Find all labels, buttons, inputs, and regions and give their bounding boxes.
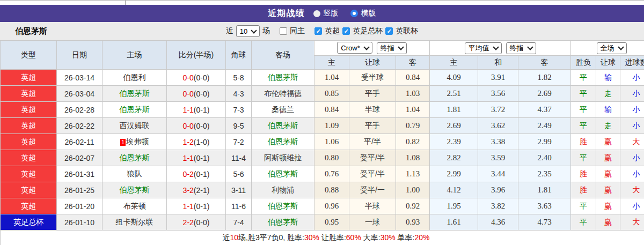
cell-away-team: 伯恩茅斯: [252, 166, 314, 182]
cell-result-goals: 小: [620, 166, 644, 182]
away-team-name[interactable]: 阿斯顿维拉: [264, 153, 302, 162]
final-index-2-value: 终指: [510, 43, 524, 53]
cell-avg-away-odds: 1.81: [518, 182, 571, 198]
final-index-select-1[interactable]: 终指: [377, 42, 407, 54]
cell-home-team: 狼队: [103, 166, 167, 182]
cell-result-wdl: 胜: [571, 166, 596, 182]
cell-score: 1-1(0-1): [167, 150, 226, 166]
cell-handicap: 受平/半: [349, 166, 396, 182]
away-team-name[interactable]: 伯恩茅斯: [268, 202, 298, 210]
cell-crow-away-odds: 1.04: [396, 102, 430, 118]
home-team-name[interactable]: 伯恩茅斯: [120, 105, 150, 114]
cell-result-wdl: 平: [571, 86, 596, 102]
cell-score: 2-2(0-0): [167, 214, 226, 231]
home-team-name[interactable]: 埃弗顿: [126, 137, 149, 146]
away-team-name[interactable]: 伯恩茅斯: [268, 218, 298, 226]
full-match-select[interactable]: 全场: [597, 42, 627, 54]
home-team-name[interactable]: 伯恩茅斯: [120, 153, 150, 162]
away-team-name[interactable]: 桑德兰: [272, 105, 294, 114]
cell-result-goals: 大: [620, 214, 644, 231]
cell-result-wdl: 平: [571, 70, 596, 86]
cell-result-goals: 大: [620, 182, 644, 198]
radio-horizontal-label: 横版: [361, 9, 376, 18]
table-row: 英超 26-02-11 1埃弗顿 1-2(1-0) 7-2 伯恩茅斯 1.06 …: [1, 134, 644, 150]
cell-avg-away-odds: 2.35: [518, 166, 571, 182]
cell-home-team: 伯恩茅斯: [103, 102, 167, 118]
league-facup-checkbox[interactable]: ✓: [342, 27, 350, 35]
filter-controls: 近 10 场 同主 ✓ 英超 ✓ 英足总杯 ✓ 英联杯: [226, 25, 418, 37]
cell-home-team: 西汉姆联: [103, 118, 167, 134]
chevron-down-icon: [398, 44, 404, 50]
cell-home-team: 伯恩利: [103, 70, 167, 86]
layout-option-vertical[interactable]: 竖版: [313, 9, 339, 18]
home-team-name[interactable]: 伯恩利: [123, 73, 146, 81]
away-team-name[interactable]: 布伦特福德: [264, 89, 302, 98]
home-team-name[interactable]: 西汉姆联: [120, 121, 150, 130]
bookmaker-select[interactable]: Crow*: [337, 42, 372, 54]
cell-crow-away-odds: 1.13: [396, 166, 430, 182]
radio-vertical-label: 竖版: [324, 9, 339, 18]
layout-option-horizontal[interactable]: 横版: [350, 9, 376, 18]
recent-results-panel: 近期战绩 竖版 横版 伯恩茅斯 近 10 场 同主 ✓ 英超: [0, 0, 644, 245]
same-home-checkbox[interactable]: [280, 27, 287, 35]
away-team-name[interactable]: 伯恩茅斯: [268, 73, 298, 81]
cell-date: 26-02-28: [57, 102, 103, 118]
cell-away-team: 伯恩茅斯: [252, 214, 314, 231]
final-index-1-value: 终指: [380, 43, 394, 53]
cell-avg-home-odds: 4.09: [430, 70, 478, 86]
league-epl-checkbox[interactable]: ✓: [314, 27, 322, 35]
col-date: 日期: [57, 41, 103, 70]
home-team-name[interactable]: 伯恩茅斯: [120, 89, 150, 98]
cell-avg-home-odds: 2.51: [430, 86, 478, 102]
away-team-name[interactable]: 伯恩茅斯: [268, 137, 298, 146]
radio-vertical-icon[interactable]: [313, 10, 320, 17]
recent-count-select[interactable]: 10: [236, 25, 260, 37]
cell-competition: 英足总杯: [1, 214, 57, 231]
cell-home-team: 1埃弗顿: [103, 134, 167, 150]
final-index-select-2[interactable]: 终指: [506, 42, 536, 54]
cell-avg-away-odds: 2.40: [518, 150, 571, 166]
average-select[interactable]: 平均值: [465, 42, 502, 54]
cell-away-team: 伯恩茅斯: [252, 70, 314, 86]
cell-corners: 4-3: [226, 86, 252, 102]
cell-corners: 11-4: [226, 150, 252, 166]
home-team-name[interactable]: 纽卡斯尔联: [116, 218, 153, 226]
cell-handicap: 半球: [349, 102, 396, 118]
title-bar: 近期战绩 竖版 横版: [0, 5, 644, 22]
cell-score: 0-0(0-0): [167, 70, 226, 86]
away-team-name[interactable]: 利物浦: [272, 185, 294, 194]
home-team-name[interactable]: 布莱顿: [123, 202, 146, 210]
chevron-down-icon: [363, 44, 369, 50]
cell-result-goals: 小: [620, 150, 644, 166]
results-table: 类型 日期 主场 比分(半场) 角球 客场 Crow*终指 平均值终指 全场 主…: [0, 40, 644, 231]
col-home: 主场: [103, 41, 167, 70]
cell-date: 26-03-04: [57, 86, 103, 102]
cell-corners: 3-11: [226, 182, 252, 198]
table-row: 英足总杯 26-01-10 纽卡斯尔联 2-2(0-0) 7-4 伯恩茅斯 0.…: [1, 214, 644, 231]
cell-away-team: 伯恩茅斯: [252, 118, 314, 134]
cell-corners: 7-3: [226, 102, 252, 118]
cell-score: 0-2(0-1): [167, 166, 226, 182]
cell-away-team: 伯恩茅斯: [252, 198, 314, 214]
cell-crow-away-odds: 1.03: [396, 86, 430, 102]
away-team-name[interactable]: 伯恩茅斯: [268, 121, 298, 130]
cell-result-wdl: 胜: [571, 134, 596, 150]
cell-crow-home-odds: 0.80: [314, 150, 349, 166]
matches-label: 场: [262, 26, 270, 36]
home-team-name[interactable]: 狼队: [127, 169, 142, 178]
league-carabao-checkbox[interactable]: ✓: [385, 27, 393, 35]
cell-result-handicap: 赢: [596, 166, 620, 182]
same-home-label: 同主: [290, 26, 305, 36]
away-team-name[interactable]: 伯恩茅斯: [268, 169, 298, 178]
cell-competition: 英超: [1, 166, 57, 182]
col-type: 类型: [1, 41, 57, 70]
col-res-wdl: 胜负: [571, 56, 596, 70]
red-card-badge: 1: [120, 139, 126, 146]
home-team-name[interactable]: 伯恩茅斯: [120, 185, 150, 194]
cell-avg-away-odds: 2.69: [518, 86, 571, 102]
cell-avg-away-odds: 2.49: [518, 118, 571, 134]
cell-result-goals: 大: [620, 134, 644, 150]
cell-score: 0-0(0-0): [167, 86, 226, 102]
cell-avg-draw-odds: 3.82: [478, 198, 518, 214]
radio-horizontal-icon[interactable]: [350, 10, 358, 17]
